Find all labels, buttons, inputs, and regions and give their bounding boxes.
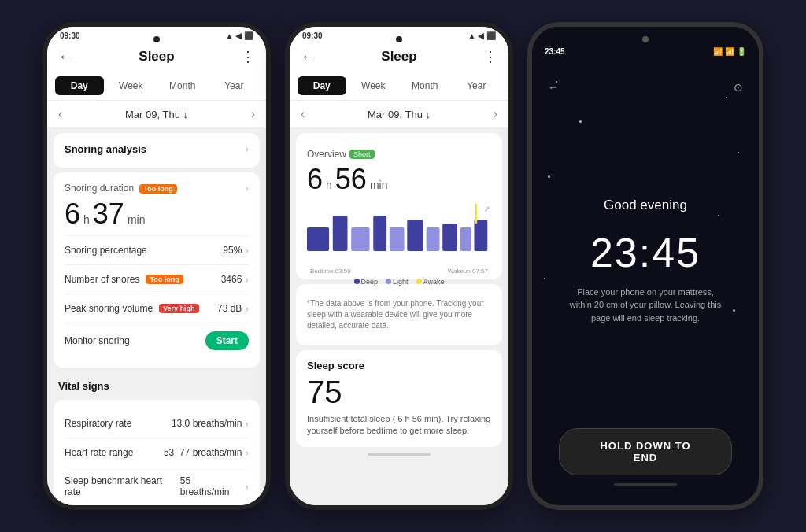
time-2: 09:30 xyxy=(302,31,323,40)
resp-rate-value: 13.0 breaths/min xyxy=(172,418,242,429)
tab2-day[interactable]: Day xyxy=(298,76,346,95)
deep-legend: Deep xyxy=(354,278,379,286)
time-3: 23:45 xyxy=(545,47,565,56)
peak-badge: Very high xyxy=(159,304,199,313)
star-3 xyxy=(726,97,727,98)
monitor-snoring-row: Monitor snoring Start xyxy=(65,323,249,358)
light-legend: Light xyxy=(386,278,409,286)
phone1-content: Snoring analysis › Snoring duration Too … xyxy=(47,128,266,510)
star-4 xyxy=(738,152,739,153)
current-date-1: Mar 09, Thu ↓ xyxy=(125,109,188,120)
svg-rect-9 xyxy=(474,220,487,251)
svg-rect-10 xyxy=(475,204,477,224)
sleep-desc: Place your phone on your mattress, withi… xyxy=(567,286,724,325)
awake-legend: Awake xyxy=(416,278,445,286)
svg-rect-7 xyxy=(442,224,457,251)
settings-icon-dark[interactable]: ⊙ xyxy=(734,81,743,94)
snoring-pct-label: Snoring percentage xyxy=(65,245,147,256)
tab2-month[interactable]: Month xyxy=(401,76,449,95)
camera-3 xyxy=(642,36,649,42)
status-icons-2: ▲ ◀ ⬛ xyxy=(468,31,496,40)
home-indicator-2 xyxy=(368,453,431,456)
overview-label: Overview Short xyxy=(307,149,491,160)
status-icons-3: 📶 📶 🔋 xyxy=(713,47,746,56)
sleep-hours: 6 xyxy=(307,163,323,196)
duration-m-unit: min xyxy=(128,213,146,226)
snoring-title: Snoring analysis xyxy=(65,143,146,155)
score-value: 75 xyxy=(307,375,491,410)
svg-rect-1 xyxy=(333,216,348,251)
svg-rect-0 xyxy=(307,227,329,251)
svg-text:⤢: ⤢ xyxy=(484,205,490,213)
chart-legend: Deep Light Awake xyxy=(307,275,491,289)
svg-rect-3 xyxy=(373,216,386,251)
vitals-section-title: Vital signs xyxy=(47,372,266,395)
app-title-1: Sleep xyxy=(139,49,174,65)
snoring-header: Snoring analysis › xyxy=(65,142,249,155)
snoring-pct-row: Snoring percentage 95% › xyxy=(65,235,249,264)
dark-top xyxy=(532,27,759,42)
sleep-mins: 56 xyxy=(335,163,367,196)
star-6 xyxy=(718,215,719,216)
benchmark-row: Sleep benchmark heart rate 55 breaths/mi… xyxy=(65,467,249,505)
tab-month-1[interactable]: Month xyxy=(158,76,207,95)
tab-bar-1: Day Week Month Year xyxy=(47,72,266,101)
wakeup-label: Wakeup 07:57 xyxy=(448,268,488,275)
snores-badge: Too long xyxy=(146,275,183,284)
menu-button-2[interactable]: ⋮ xyxy=(483,48,497,65)
duration-header: Snoring duration Too long › xyxy=(65,182,249,194)
num-snores-value: 3466 xyxy=(221,274,242,285)
hold-down-button[interactable]: HOLD DOWN TO END xyxy=(559,428,732,475)
short-badge: Short xyxy=(349,150,375,159)
score-title: Sleep score xyxy=(307,360,491,371)
svg-rect-8 xyxy=(460,227,471,251)
status-bar-3: 23:45 📶 📶 🔋 xyxy=(532,42,759,57)
phone-2: 09:30 ▲ ◀ ⬛ ← Sleep ⋮ Day Week Month Yea… xyxy=(285,22,513,510)
benchmark-value: 55 breaths/min xyxy=(180,475,242,497)
tab-day-1[interactable]: Day xyxy=(55,76,104,95)
snoring-arrow[interactable]: › xyxy=(245,142,249,155)
heart-rate-row: Heart rate range 53–77 breaths/min › xyxy=(65,438,249,467)
svg-rect-4 xyxy=(390,227,405,251)
back-icon-dark[interactable]: ← xyxy=(548,81,559,94)
next-date-1[interactable]: › xyxy=(251,107,255,121)
back-button-1[interactable]: ← xyxy=(58,49,72,65)
peak-volume-row: Peak snoring volume Very high 73 dB › xyxy=(65,294,249,323)
overview-card: Overview Short 6 h 56 min xyxy=(296,133,502,279)
tab2-week[interactable]: Week xyxy=(349,76,398,95)
sleep-time-value: 6 h 56 min xyxy=(307,163,491,196)
duration-arrow[interactable]: › xyxy=(245,182,249,194)
phone2-content: Overview Short 6 h 56 min xyxy=(290,128,508,510)
score-card: Sleep score 75 Insufficient total sleep … xyxy=(296,350,502,447)
star-1 xyxy=(556,81,557,83)
menu-button-1[interactable]: ⋮ xyxy=(241,48,255,65)
time-1: 09:30 xyxy=(60,31,80,40)
vitals-card: Respiratory rate 13.0 breaths/min › Hear… xyxy=(54,400,260,510)
note-card: *The data above is from your phone. Trac… xyxy=(296,284,502,345)
next-date-2[interactable]: › xyxy=(494,107,497,121)
chart-labels: Bedtime 03:59 Wakeup 07:57 xyxy=(307,266,491,275)
prev-date-1[interactable]: ‹ xyxy=(58,107,62,121)
tab-year-1[interactable]: Year xyxy=(210,76,259,95)
num-snores-row: Number of snores Too long 3466 › xyxy=(65,264,249,294)
camera-1 xyxy=(153,36,160,42)
dark-content: ← ⊙ Good evening 23:45 Place your phone … xyxy=(532,57,759,510)
duration-label: Snoring duration Too long xyxy=(65,183,177,194)
tab-week-1[interactable]: Week xyxy=(107,76,156,95)
home-indicator-3 xyxy=(614,483,677,486)
hold-btn-wrapper: HOLD DOWN TO END xyxy=(559,428,732,475)
start-button[interactable]: Start xyxy=(205,331,249,350)
tab2-year[interactable]: Year xyxy=(453,76,501,95)
clock-display: 23:45 xyxy=(590,229,701,276)
dark-center: Good evening 23:45 Place your phone on y… xyxy=(567,94,724,428)
star-5 xyxy=(548,175,550,178)
duration-mins: 37 xyxy=(93,198,124,231)
svg-rect-5 xyxy=(407,220,423,251)
date-nav-1: ‹ Mar 09, Thu ↓ › xyxy=(47,101,266,128)
prev-date-2[interactable]: ‹ xyxy=(301,107,305,121)
sleep-m-unit: min xyxy=(370,179,388,191)
phone-1: 09:30 ▲ ◀ ⬛ ← Sleep ⋮ Day Week Month Yea… xyxy=(43,22,271,510)
peak-volume-value: 73 dB xyxy=(217,303,242,314)
sleep-chart: ⤢ Bedtime 03:59 Wakeup 07:57 Deep Light … xyxy=(307,204,491,267)
back-button-2[interactable]: ← xyxy=(301,49,315,65)
